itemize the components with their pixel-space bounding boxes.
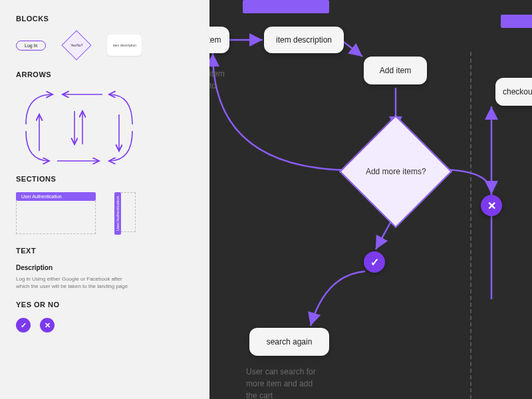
section-v-body [121, 192, 136, 232]
section-sample-horizontal[interactable]: User Authentication [16, 192, 96, 235]
node-add-item[interactable]: Add item [364, 57, 427, 84]
decision-no-icon[interactable]: ✕ [481, 195, 502, 216]
text-title: TEXT [16, 247, 194, 255]
section-sample-vertical[interactable]: User Authentication [114, 192, 136, 235]
blocks-title: BLOCKS [16, 15, 194, 23]
text-body: Log in Using either Google or Facebook a… [16, 275, 129, 290]
node-search-again[interactable]: search again [249, 328, 329, 356]
node-decision-label: Add more items? [366, 167, 426, 176]
arrows-title: ARROWS [16, 70, 194, 78]
block-sample-card[interactable]: item description [107, 35, 142, 56]
sections-title: SECTIONS [16, 175, 194, 183]
section-v-label: User Authentication [114, 192, 121, 235]
canvas[interactable]: r item item description Add item checkou… [209, 0, 532, 399]
arrows-samples[interactable] [16, 88, 142, 164]
block-sample-card-label: item description [113, 43, 136, 47]
sidebar: BLOCKS Log In Yes/No? item description A… [0, 0, 209, 399]
sections-row: User Authentication User Authentication [16, 192, 194, 235]
yesno-row: ✓ ✕ [16, 318, 194, 332]
arrows-svg [16, 88, 142, 164]
block-sample-decision[interactable]: Yes/No? [62, 30, 92, 60]
blocks-row: Log In Yes/No? item description [16, 32, 194, 59]
section-h-body [16, 201, 96, 234]
text-subtitle: Description [16, 264, 194, 271]
node-checkout[interactable]: checkout [495, 78, 532, 106]
ghost-text-2: User can search formore item and addthe … [246, 366, 316, 399]
decision-yes-icon[interactable]: ✓ [364, 251, 385, 273]
block-sample-decision-label: Yes/No? [70, 43, 83, 47]
no-icon[interactable]: ✕ [40, 318, 55, 332]
node-peek[interactable]: r item [209, 27, 229, 53]
yesno-title: YES OR NO [16, 301, 194, 309]
section-h-label: User Authentication [16, 192, 96, 201]
block-sample-login[interactable]: Log In [16, 41, 46, 51]
node-item-description[interactable]: item description [264, 27, 344, 53]
yes-icon[interactable]: ✓ [16, 318, 31, 332]
ghost-text-1: itemto [209, 68, 225, 92]
